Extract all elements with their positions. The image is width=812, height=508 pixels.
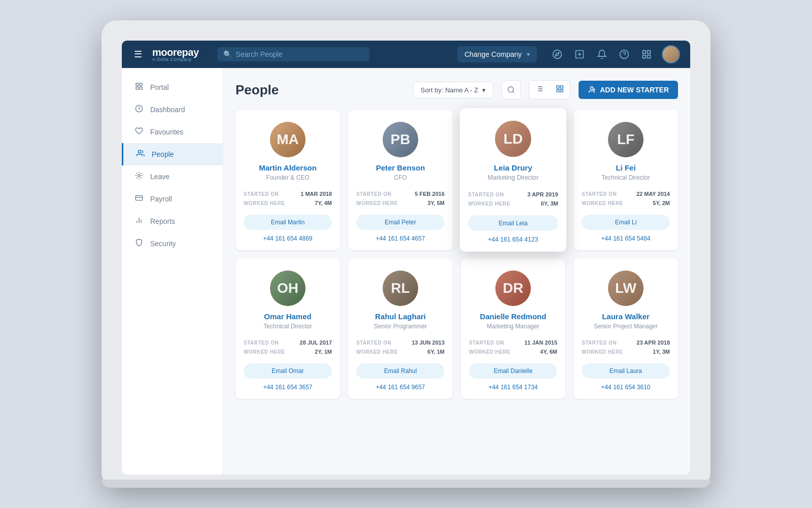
people-icon	[136, 149, 146, 159]
person-name: Li Fei	[582, 163, 670, 172]
change-company-dropdown[interactable]: Change Company ▾	[457, 46, 537, 62]
person-phone: +44 161 654 3610	[582, 384, 670, 391]
person-name: Laura Walker	[582, 312, 670, 321]
sidebar-item-dashboard[interactable]: Dashboard	[122, 98, 223, 121]
sidebar-item-payroll[interactable]: Payroll	[122, 188, 223, 210]
hamburger-icon[interactable]: ☰	[132, 47, 144, 62]
person-card[interactable]: PB Peter Benson CFO STARTED ON 5 FEB 201…	[348, 110, 453, 250]
question-icon[interactable]	[617, 47, 631, 61]
started-on-value: 22 MAY 2014	[636, 191, 670, 197]
person-card[interactable]: DR Danielle Redmond Marketing Manager ST…	[461, 258, 565, 399]
sidebar-portal-label: Portal	[150, 83, 169, 91]
svg-rect-9	[648, 55, 651, 58]
header-search-button[interactable]	[501, 80, 521, 99]
sidebar-item-security[interactable]: Security	[122, 232, 223, 255]
reports-icon	[134, 216, 144, 226]
plus-square-icon[interactable]	[572, 47, 587, 61]
list-view-button[interactable]	[529, 81, 550, 99]
stat-row-worked: WORKED HERE 3Y, 5M	[356, 198, 445, 208]
sidebar-security-label: Security	[150, 240, 176, 248]
grid-icon[interactable]	[639, 47, 654, 61]
email-button[interactable]: Email Danielle	[469, 363, 557, 379]
person-card[interactable]: RL Rahul Laghari Senior Programmer START…	[348, 258, 453, 399]
leave-icon	[134, 172, 144, 182]
stat-row-started: STARTED ON 3 APR 2019	[468, 189, 558, 198]
worked-here-value: 7Y, 4M	[315, 200, 332, 206]
sort-label: Sort by: Name A - Z	[421, 86, 478, 94]
person-stats: STARTED ON 5 FEB 2016 WORKED HERE 3Y, 5M	[356, 189, 445, 208]
worked-here-label: WORKED HERE	[582, 349, 623, 355]
search-input[interactable]	[236, 50, 363, 58]
stat-row-worked: WORKED HERE 1Y, 3M	[582, 347, 670, 356]
svg-rect-14	[140, 87, 142, 89]
person-card[interactable]: LF Li Fei Technical Director STARTED ON …	[573, 110, 678, 250]
person-stats: STARTED ON 22 MAY 2014 WORKED HERE 5Y, 2…	[582, 189, 670, 208]
main-layout: Portal Dashboard F	[122, 68, 690, 475]
person-avatar: DR	[495, 270, 531, 306]
dashboard-icon	[134, 105, 144, 115]
started-on-value: 11 JAN 2015	[524, 340, 557, 346]
person-role: CFO	[356, 174, 445, 181]
person-phone: +44 161 654 4657	[356, 235, 445, 242]
top-nav: ☰ moorepay A Delta Company 🔍 Change Comp…	[122, 41, 690, 68]
stat-row-worked: WORKED HERE 5Y, 2M	[582, 198, 670, 208]
sidebar-people-label: People	[152, 150, 174, 158]
sidebar-item-favourites[interactable]: Favourites	[122, 121, 223, 143]
stat-row-started: STARTED ON 5 FEB 2016	[356, 189, 445, 198]
laptop-shell: ☰ moorepay A Delta Company 🔍 Change Comp…	[101, 20, 710, 488]
started-on-label: STARTED ON	[582, 191, 617, 197]
started-on-value: 23 APR 2018	[636, 340, 670, 346]
sidebar-payroll-label: Payroll	[150, 195, 172, 203]
started-on-label: STARTED ON	[469, 340, 504, 346]
brand-subtitle: A Delta Company	[152, 57, 199, 62]
sidebar-item-people[interactable]: People	[122, 143, 223, 165]
started-on-value: 3 APR 2019	[527, 191, 558, 197]
sidebar-item-reports[interactable]: Reports	[122, 210, 223, 232]
compass-icon[interactable]	[550, 47, 564, 61]
started-on-label: STARTED ON	[356, 340, 391, 346]
add-starter-button[interactable]: ADD NEW STARTER	[579, 81, 678, 99]
svg-rect-13	[136, 87, 139, 89]
email-button[interactable]: Email Martin	[244, 215, 332, 230]
svg-rect-18	[136, 195, 142, 200]
person-role: Marketing Manager	[469, 323, 557, 330]
email-button[interactable]: Email Leia	[468, 215, 558, 231]
email-button[interactable]: Email Omar	[244, 363, 332, 379]
person-name: Leia Drury	[468, 163, 558, 172]
search-bar[interactable]: 🔍	[217, 47, 369, 61]
person-card[interactable]: LW Laura Walker Senior Project Manager S…	[573, 258, 678, 399]
person-phone: +44 161 654 4869	[244, 235, 332, 242]
person-avatar: LD	[495, 121, 531, 157]
started-on-label: STARTED ON	[244, 340, 279, 346]
worked-here-value: 5Y, 2M	[653, 200, 670, 206]
sidebar-item-portal[interactable]: Portal	[122, 76, 223, 98]
person-avatar: LW	[608, 270, 644, 306]
bell-icon[interactable]	[595, 47, 609, 61]
person-card[interactable]: OH Omar Hamed Technical Director STARTED…	[235, 258, 340, 399]
email-button[interactable]: Email Laura	[582, 363, 670, 379]
person-card[interactable]: LD Leia Drury Marketing Director STARTED…	[460, 108, 566, 252]
portal-icon	[134, 82, 144, 92]
email-button[interactable]: Email Li	[582, 215, 670, 230]
person-stats: STARTED ON 1 MAR 2018 WORKED HERE 7Y, 4M	[244, 189, 332, 208]
sidebar-item-leave[interactable]: Leave	[122, 165, 223, 188]
email-button[interactable]: Email Peter	[356, 215, 445, 230]
person-stats: STARTED ON 3 APR 2019 WORKED HERE 0Y, 3M	[468, 189, 558, 208]
change-company-label: Change Company	[464, 50, 522, 58]
svg-rect-32	[560, 86, 563, 88]
svg-rect-34	[557, 89, 559, 92]
user-avatar[interactable]	[662, 45, 680, 63]
sort-chevron-icon: ▾	[482, 86, 486, 94]
person-card[interactable]: MA Martin Alderson Founder & CEO STARTED…	[235, 110, 340, 250]
screen: ☰ moorepay A Delta Company 🔍 Change Comp…	[122, 41, 690, 475]
person-stats: STARTED ON 28 JUL 2017 WORKED HERE 2Y, 1…	[244, 338, 332, 356]
grid-view-button[interactable]	[550, 81, 570, 99]
email-button[interactable]: Email Rahul	[356, 363, 445, 379]
sort-dropdown[interactable]: Sort by: Name A - Z ▾	[413, 82, 493, 98]
worked-here-value: 4Y, 6M	[540, 349, 557, 355]
view-toggle	[529, 80, 570, 99]
stat-row-started: STARTED ON 1 MAR 2018	[244, 189, 332, 198]
person-role: Senior Project Manager	[582, 323, 670, 330]
people-grid: MA Martin Alderson Founder & CEO STARTED…	[235, 110, 678, 399]
svg-line-24	[513, 91, 514, 93]
